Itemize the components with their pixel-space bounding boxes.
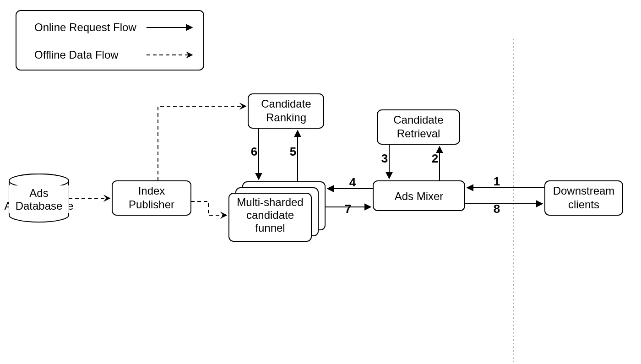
edge-label-3: 3 <box>381 152 388 165</box>
candidate-retrieval-l1: Candidate <box>393 114 443 126</box>
ads-mixer-node: Ads Mixer <box>373 181 465 211</box>
edge-label-7: 7 <box>345 202 351 216</box>
edge-label-2: 2 <box>432 152 438 165</box>
ads-database-text: Ads Database <box>9 185 69 213</box>
legend: Online Request Flow Offline Data Flow <box>16 11 204 70</box>
svg-text:Database: Database <box>16 200 63 212</box>
legend-offline-label: Offline Data Flow <box>34 49 119 61</box>
downstream-clients-node: Downstream clients <box>545 181 623 215</box>
index-publisher-l2: Publisher <box>129 198 174 211</box>
funnel-l2: candidate <box>246 209 294 221</box>
candidate-ranking-node: Candidate Ranking <box>248 94 324 128</box>
index-publisher-node: Index Publisher <box>112 181 191 215</box>
edge-label-8: 8 <box>494 202 500 216</box>
index-publisher-l1: Index <box>138 185 165 197</box>
downstream-l2: clients <box>568 198 599 211</box>
candidate-retrieval-node: Candidate Retrieval <box>377 110 460 144</box>
edge-label-1: 1 <box>494 174 500 188</box>
funnel-l1: Multi-sharded <box>237 196 303 208</box>
svg-text:Ads: Ads <box>29 187 48 199</box>
legend-online-label: Online Request Flow <box>34 21 136 33</box>
candidate-ranking-l2: Ranking <box>266 111 306 124</box>
candidate-funnel-node: Multi-sharded candidate funnel <box>229 182 325 241</box>
edge-label-4: 4 <box>349 175 356 189</box>
downstream-l1: Downstream <box>553 185 615 197</box>
candidate-retrieval-l2: Retrieval <box>397 127 440 140</box>
edge-label-6: 6 <box>251 145 257 158</box>
edge-label-5: 5 <box>290 145 296 158</box>
candidate-ranking-l1: Candidate <box>261 98 311 110</box>
architecture-diagram: Online Request Flow Offline Data Flow Ad… <box>0 0 641 364</box>
ads-mixer-label: Ads Mixer <box>395 190 444 202</box>
svg-rect-0 <box>16 11 204 70</box>
funnel-l3: funnel <box>255 222 285 234</box>
